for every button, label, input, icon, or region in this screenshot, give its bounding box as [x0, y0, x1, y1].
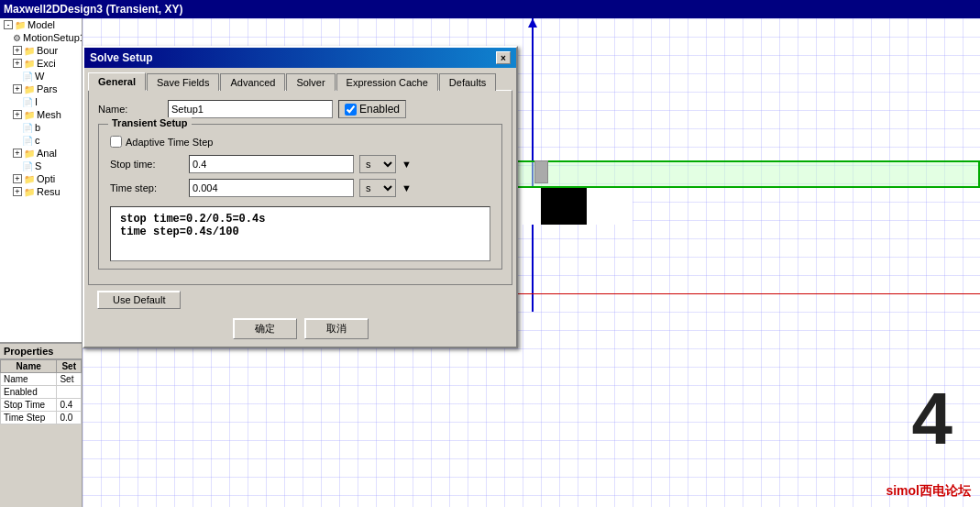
name-input[interactable] — [168, 100, 333, 118]
stop-time-row: Stop time: s ms us ▼ — [110, 155, 490, 173]
time-step-label: Time step: — [110, 182, 183, 193]
enabled-checkbox[interactable] — [345, 104, 357, 116]
dialog-buttons: 确定 取消 — [84, 311, 516, 347]
info-text-area: stop time=0.2/0.5=0.4s time step=0.4s/10… — [110, 206, 490, 261]
info-line2: time step=0.4s/100 — [120, 226, 480, 238]
tab-save-fields[interactable]: Save Fields — [147, 73, 219, 91]
name-label: Name: — [98, 104, 162, 115]
dialog-title: Solve Setup — [90, 51, 153, 64]
solve-setup-dialog: Solve Setup × General Save Fields Advanc… — [83, 46, 518, 348]
adaptive-label: Adaptive Time Step — [110, 136, 213, 148]
ok-button[interactable]: 确定 — [233, 318, 297, 339]
tab-advanced[interactable]: Advanced — [220, 73, 285, 91]
adaptive-row: Adaptive Time Step — [110, 136, 490, 148]
cancel-button[interactable]: 取消 — [304, 318, 369, 339]
enabled-area: Enabled — [338, 100, 406, 118]
tab-content-general: Name: Enabled Transient Setup Adaptive T… — [88, 90, 512, 285]
stop-time-unit-display: ▼ — [402, 159, 412, 170]
tabs-bar: General Save Fields Advanced Solver Expr… — [84, 68, 516, 90]
tab-general[interactable]: General — [88, 72, 146, 91]
tab-solver[interactable]: Solver — [286, 73, 335, 91]
use-default-area: Use Default — [84, 285, 516, 311]
enabled-label: Enabled — [359, 103, 400, 116]
tab-defaults[interactable]: Defaults — [439, 73, 496, 91]
time-step-row: Time step: s ms us ▼ — [110, 179, 490, 197]
dialog-titlebar: Solve Setup × — [84, 48, 516, 68]
time-step-unit-display: ▼ — [402, 182, 412, 193]
tab-expression-cache[interactable]: Expression Cache — [336, 73, 438, 91]
stop-time-label: Stop time: — [110, 159, 183, 170]
modal-overlay: Solve Setup × General Save Fields Advanc… — [0, 0, 980, 507]
stop-time-input[interactable] — [189, 155, 354, 173]
transient-setup-group: Transient Setup Adaptive Time Step Stop … — [98, 124, 502, 270]
dialog-close-button[interactable]: × — [496, 51, 511, 64]
use-default-button[interactable]: Use Default — [97, 291, 181, 309]
time-step-input[interactable] — [189, 179, 354, 197]
group-box-title: Transient Setup — [108, 117, 192, 128]
time-step-unit-select[interactable]: s ms us — [359, 179, 396, 197]
info-line1: stop time=0.2/0.5=0.4s — [120, 213, 480, 226]
stop-time-unit-select[interactable]: s ms us — [359, 155, 396, 173]
adaptive-checkbox[interactable] — [110, 136, 122, 148]
name-row: Name: Enabled — [98, 100, 502, 118]
